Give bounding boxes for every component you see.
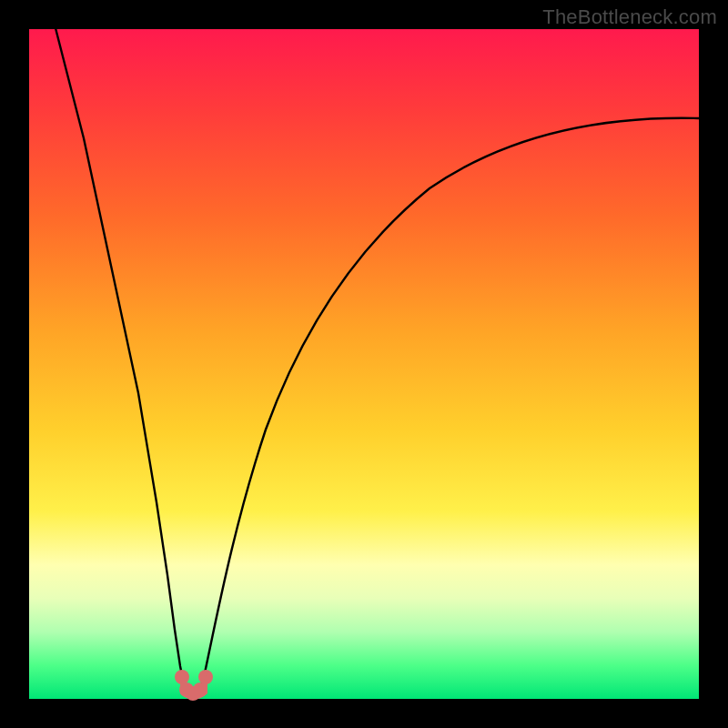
curve-right-branch <box>200 118 699 693</box>
watermark-text: TheBottleneck.com <box>542 5 717 29</box>
curve-left-branch <box>55 25 187 693</box>
chart-frame: TheBottleneck.com <box>0 0 728 728</box>
valley-markers <box>175 670 213 701</box>
bottleneck-curve <box>29 29 699 699</box>
plot-area <box>29 29 699 699</box>
